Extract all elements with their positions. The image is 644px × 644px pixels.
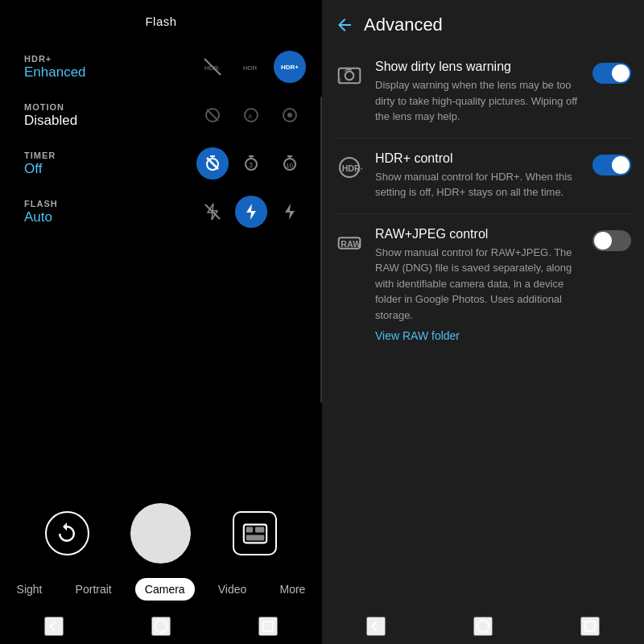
motion-burst-btn[interactable] <box>274 99 306 131</box>
hdr-control-icon-area: HDR+ <box>335 153 364 182</box>
flash-off-btn[interactable] <box>196 196 229 228</box>
raw-jpeg-icon-area: RAW <box>335 229 364 258</box>
svg-text:A: A <box>248 113 253 120</box>
mode-portrait[interactable]: Portrait <box>66 578 122 601</box>
bottom-controls: Sight Portrait Camera Video More <box>0 487 322 644</box>
dirty-lens-toggle-thumb <box>612 64 630 82</box>
timer-icons: 3 10 <box>196 147 306 180</box>
hdr-control-toggle[interactable] <box>592 155 631 175</box>
flash-off-icon <box>203 202 222 221</box>
flash-setting-row: FLASH Auto A <box>0 189 322 234</box>
hdr-category: HDR+ <box>24 54 86 64</box>
camera-panel: Flash HDR+ Enhanced HDR- HDR <box>0 0 322 644</box>
hdr-plus-icon: HDR+ <box>280 57 299 76</box>
raw-jpeg-title: RAW+JPEG control <box>375 227 581 242</box>
mode-video[interactable]: Video <box>208 578 257 601</box>
svg-rect-28 <box>246 526 253 532</box>
flash-label: Flash <box>0 0 322 36</box>
hdr-control-toggle-thumb <box>612 156 630 174</box>
timer-10-btn[interactable]: 10 <box>274 147 306 180</box>
flash-on-btn[interactable] <box>274 196 306 228</box>
svg-text:!: ! <box>340 77 341 83</box>
flash-label-group: FLASH Auto <box>24 199 58 225</box>
recents-nav-icon <box>260 618 276 634</box>
dirty-lens-icon-area: ! <box>335 61 364 90</box>
svg-line-5 <box>207 109 218 121</box>
motion-value: Disabled <box>24 113 77 129</box>
motion-auto-icon: A <box>242 105 261 125</box>
motion-category: MOTION <box>24 102 77 112</box>
dirty-lens-toggle[interactable] <box>592 63 631 84</box>
svg-text:HDR+: HDR+ <box>342 163 362 173</box>
svg-marker-31 <box>49 621 59 631</box>
flash-auto-btn[interactable]: A <box>235 196 267 228</box>
advanced-title: Advanced <box>364 14 443 35</box>
right-recents-nav-btn[interactable] <box>580 617 600 636</box>
svg-rect-43 <box>585 621 595 631</box>
right-home-nav-btn[interactable] <box>473 617 493 636</box>
advanced-settings-panel: Advanced ! Show dirty lens warning Displ… <box>322 0 644 644</box>
rotate-button[interactable] <box>45 511 89 555</box>
right-home-nav-icon <box>475 618 491 634</box>
svg-text:RAW: RAW <box>341 239 361 249</box>
back-nav-icon <box>46 618 62 634</box>
rotate-icon <box>55 522 79 546</box>
timer-off-icon <box>203 154 222 173</box>
motion-off-icon <box>203 105 222 125</box>
motion-off-btn[interactable] <box>196 99 229 131</box>
dirty-lens-desc: Display warning when the lens may be too… <box>375 77 581 125</box>
mode-camera[interactable]: Camera <box>135 578 195 601</box>
dirty-lens-content: Show dirty lens warning Display warning … <box>375 60 581 125</box>
motion-burst-icon <box>280 105 299 125</box>
back-nav-btn[interactable] <box>44 617 64 636</box>
right-nav-bar <box>322 610 644 644</box>
right-back-nav-btn[interactable] <box>366 617 386 636</box>
raw-jpeg-toggle-area <box>592 227 631 251</box>
svg-rect-34 <box>339 68 361 84</box>
dirty-lens-toggle-area <box>592 60 631 84</box>
flash-value: Auto <box>24 209 58 225</box>
timer-label-group: TIMER Off <box>24 151 56 177</box>
motion-auto-btn[interactable]: A <box>235 99 267 131</box>
left-nav-bar <box>0 610 322 644</box>
hdr-on-btn[interactable]: HDR <box>235 51 267 83</box>
hdr-value: Enhanced <box>24 64 86 80</box>
mode-more[interactable]: More <box>270 578 315 601</box>
svg-text:3: 3 <box>249 161 253 169</box>
flash-on-icon <box>280 202 299 221</box>
svg-point-35 <box>345 72 354 80</box>
svg-point-9 <box>287 113 292 118</box>
hdr-control-desc: Show manual control for HDR+. When this … <box>375 169 581 200</box>
raw-jpeg-desc: Show manual control for RAW+JPEG. The RA… <box>375 245 581 324</box>
raw-jpeg-item: RAW RAW+JPEG control Show manual control… <box>335 214 631 357</box>
hdr-icons: HDR- HDR HDR+ <box>196 51 306 83</box>
gallery-icon <box>242 520 269 547</box>
hdr-off-btn[interactable]: HDR- <box>196 51 229 83</box>
hdr-plus-btn[interactable]: HDR+ <box>274 51 306 83</box>
advanced-back-button[interactable] <box>335 15 354 35</box>
mode-sight[interactable]: Sight <box>7 578 52 601</box>
timer-off-btn[interactable] <box>196 147 229 180</box>
svg-rect-29 <box>255 526 264 532</box>
hdr-setting-row: HDR+ Enhanced HDR- HDR HDR+ <box>0 44 322 89</box>
motion-setting-row: MOTION Disabled A <box>0 93 322 138</box>
recents-nav-btn[interactable] <box>258 617 278 636</box>
timer-3-btn[interactable]: 3 <box>235 147 267 180</box>
raw-jpeg-toggle[interactable] <box>592 230 631 251</box>
svg-rect-33 <box>263 621 273 631</box>
hdr-off-icon: HDR- <box>203 57 222 76</box>
mode-tabs: Sight Portrait Camera Video More <box>0 572 322 610</box>
back-arrow-icon <box>335 15 354 35</box>
hdr-control-toggle-area <box>592 151 631 175</box>
motion-label-group: MOTION Disabled <box>24 102 77 129</box>
svg-text:HDR: HDR <box>243 64 258 72</box>
svg-marker-26 <box>285 204 295 220</box>
home-nav-btn[interactable] <box>151 617 171 636</box>
dirty-lens-item: ! Show dirty lens warning Display warnin… <box>335 47 631 138</box>
home-nav-icon <box>153 618 169 634</box>
motion-icons: A <box>196 99 306 131</box>
shutter-button[interactable] <box>130 503 191 564</box>
view-raw-folder-link[interactable]: View RAW folder <box>375 329 460 342</box>
raw-icon: RAW <box>336 230 362 256</box>
gallery-button[interactable] <box>233 511 277 555</box>
